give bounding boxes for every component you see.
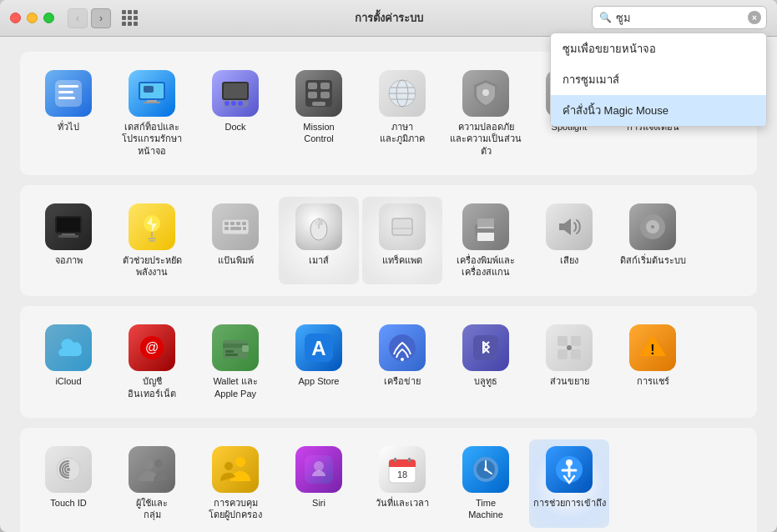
svg-point-77 bbox=[67, 468, 70, 471]
startup-icon bbox=[629, 203, 676, 250]
desktop-icon bbox=[129, 70, 175, 117]
svg-rect-3 bbox=[58, 97, 75, 99]
startup-label: ดิสก์เริ่มต้นระบบ bbox=[620, 254, 686, 266]
pref-desktop[interactable]: เดสก์ท็อปและโปรแกรมรักษาหน้าจอ bbox=[112, 63, 192, 163]
appstore-label: App Store bbox=[299, 375, 340, 387]
pref-sound[interactable]: เสียง bbox=[529, 197, 609, 285]
svg-point-57 bbox=[651, 225, 654, 228]
mouse-icon bbox=[295, 203, 342, 250]
pref-language[interactable]: ภาษาและภูมิภาค bbox=[362, 63, 442, 163]
close-button[interactable] bbox=[10, 13, 21, 23]
svg-rect-53 bbox=[477, 227, 494, 228]
timemachine-icon bbox=[462, 446, 509, 493]
search-value: ซูม bbox=[616, 9, 631, 27]
svg-marker-54 bbox=[559, 218, 571, 235]
pref-appstore[interactable]: A App Store bbox=[279, 318, 359, 406]
sharing-label: การแชร์ bbox=[637, 375, 669, 387]
svg-rect-62 bbox=[242, 345, 249, 352]
svg-rect-46 bbox=[315, 218, 319, 225]
pref-bluetooth[interactable]: บลูทูธ bbox=[446, 318, 526, 406]
svg-rect-42 bbox=[230, 227, 241, 230]
search-box[interactable]: 🔍 ซูม × bbox=[592, 6, 767, 29]
pref-wallet[interactable]: Wallet และApple Pay bbox=[195, 318, 275, 406]
pref-touchid[interactable]: Touch ID bbox=[28, 439, 108, 528]
svg-text:@: @ bbox=[145, 340, 159, 354]
svg-rect-64 bbox=[225, 354, 238, 356]
timemachine-label: TimeMachine bbox=[468, 497, 503, 521]
dropdown-item-zoom-camera[interactable]: การซูมเมาส์ bbox=[551, 64, 766, 95]
pref-keyboard[interactable]: แป้นพิมพ์ bbox=[195, 197, 275, 285]
dropdown-item-zoom-magic[interactable]: คำสั่งนิ้ว Magic Mouse bbox=[551, 95, 766, 126]
svg-rect-73 bbox=[571, 349, 581, 359]
keyboard-label: แป้นพิมพ์ bbox=[218, 254, 254, 266]
svg-text:!: ! bbox=[650, 343, 654, 357]
search-clear-button[interactable]: × bbox=[748, 11, 761, 24]
zoom-magic-label: คำสั่งนิ้ว Magic Mouse bbox=[563, 102, 669, 119]
keyboard-icon bbox=[212, 203, 259, 250]
pref-startup[interactable]: ดิสก์เริ่มต้นระบบ bbox=[613, 197, 693, 285]
touchid-label: Touch ID bbox=[50, 497, 86, 509]
minimize-button[interactable] bbox=[27, 13, 38, 23]
bluetooth-label: บลูทูธ bbox=[474, 375, 497, 387]
energy-icon bbox=[129, 203, 175, 250]
dock-icon bbox=[212, 70, 259, 117]
svg-rect-69 bbox=[473, 335, 498, 360]
internet-icon: @ bbox=[129, 324, 175, 371]
svg-rect-39 bbox=[236, 222, 240, 225]
users-label: ผู้ใช้และกลุ่ม bbox=[136, 497, 168, 521]
section-4: Touch ID ผู้ใช้และกลุ่ม การควบคุมโดยผู้ป… bbox=[20, 428, 757, 532]
sound-label: เสียง bbox=[560, 254, 578, 266]
pref-siri[interactable]: Siri bbox=[279, 439, 359, 528]
pref-energy[interactable]: ตัวช่วยประหยัดพลังงาน bbox=[112, 197, 192, 285]
pref-accessibility[interactable]: การช่วยการเข้าถึง bbox=[529, 439, 609, 528]
section-3: iCloud @ บัญชีอินเทอร์เน็ต Wallet และApp… bbox=[20, 306, 757, 418]
forward-button[interactable]: › bbox=[91, 8, 111, 28]
window-title: การตั้งค่าระบบ bbox=[355, 9, 423, 27]
appstore-icon: A bbox=[295, 324, 342, 371]
svg-rect-70 bbox=[558, 336, 568, 346]
pref-users[interactable]: ผู้ใช้และกลุ่ม bbox=[112, 439, 192, 528]
pref-printer[interactable]: เครื่องพิมพ์และเครื่องสแกน bbox=[446, 197, 526, 285]
maximize-button[interactable] bbox=[43, 13, 54, 23]
mouse-label: เมาส์ bbox=[309, 254, 329, 266]
pref-general[interactable]: ทั่วไป bbox=[28, 63, 108, 163]
zoom-screen-label: ซูมเพื่อขยายหน้าจอ bbox=[563, 40, 656, 58]
svg-point-68 bbox=[401, 358, 404, 361]
extensions-icon bbox=[546, 324, 593, 371]
pref-display[interactable]: จอภาพ bbox=[28, 197, 108, 285]
forward-icon: › bbox=[99, 13, 103, 24]
svg-point-67 bbox=[389, 334, 416, 361]
mission-label: MissionControl bbox=[303, 121, 334, 145]
trackpad-icon bbox=[379, 203, 426, 250]
show-all-button[interactable] bbox=[118, 7, 141, 30]
svg-text:A: A bbox=[311, 337, 325, 359]
back-icon: ‹ bbox=[76, 13, 79, 24]
svg-point-80 bbox=[235, 457, 245, 467]
pref-icloud[interactable]: iCloud bbox=[28, 318, 108, 406]
pref-security[interactable]: ความปลอดภัยและความเป็นส่วนตัว bbox=[446, 63, 526, 163]
back-button[interactable]: ‹ bbox=[68, 8, 88, 28]
siri-icon bbox=[295, 446, 342, 493]
dropdown-item-zoom-screen[interactable]: ซูมเพื่อขยายหน้าจอ bbox=[551, 33, 766, 64]
pref-sharing[interactable]: ! การแชร์ bbox=[613, 318, 693, 406]
svg-point-81 bbox=[225, 462, 233, 470]
pref-mouse[interactable]: เมาส์ bbox=[279, 197, 359, 285]
svg-rect-48 bbox=[392, 218, 412, 235]
pref-network[interactable]: เครือข่าย bbox=[362, 318, 442, 406]
pref-datetime[interactable]: 18 วันที่และเวลา bbox=[362, 439, 442, 528]
pref-internet[interactable]: @ บัญชีอินเทอร์เน็ต bbox=[112, 318, 192, 406]
pref-parental[interactable]: การควบคุมโดยผู้ปกครอง bbox=[195, 439, 275, 528]
svg-rect-37 bbox=[225, 222, 229, 225]
icloud-icon bbox=[45, 324, 92, 371]
pref-mission[interactable]: MissionControl bbox=[279, 63, 359, 163]
titlebar: ‹ › การตั้งค่าระบบ 🔍 ซูม × ซู bbox=[0, 0, 777, 37]
svg-rect-16 bbox=[308, 83, 317, 89]
svg-point-78 bbox=[144, 459, 154, 469]
pref-trackpad[interactable]: แทร็คแพด bbox=[362, 197, 442, 285]
security-icon bbox=[462, 70, 509, 117]
svg-rect-20 bbox=[312, 102, 325, 106]
pref-timemachine[interactable]: TimeMachine bbox=[446, 439, 526, 528]
dock-label: Dock bbox=[225, 121, 245, 133]
pref-dock[interactable]: Dock bbox=[195, 63, 275, 163]
pref-extensions[interactable]: ส่วนขยาย bbox=[529, 318, 609, 406]
